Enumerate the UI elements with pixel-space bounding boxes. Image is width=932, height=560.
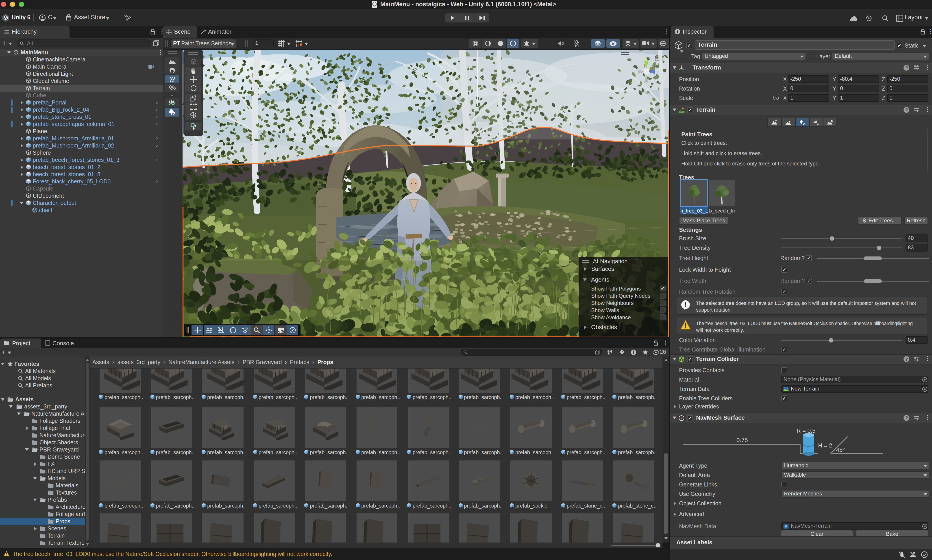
svg-text:z: z xyxy=(656,69,659,75)
svg-text:?: ? xyxy=(905,357,908,362)
svg-text:?: ? xyxy=(905,415,908,420)
svg-text:45°: 45° xyxy=(836,446,845,453)
svg-text:R = 0.5: R = 0.5 xyxy=(796,427,816,434)
svg-text:H = 2: H = 2 xyxy=(818,442,832,449)
svg-text:0.75: 0.75 xyxy=(736,437,748,443)
svg-text:y: y xyxy=(644,54,647,60)
svg-text:?: ? xyxy=(905,65,908,70)
svg-text:?: ? xyxy=(905,108,908,112)
